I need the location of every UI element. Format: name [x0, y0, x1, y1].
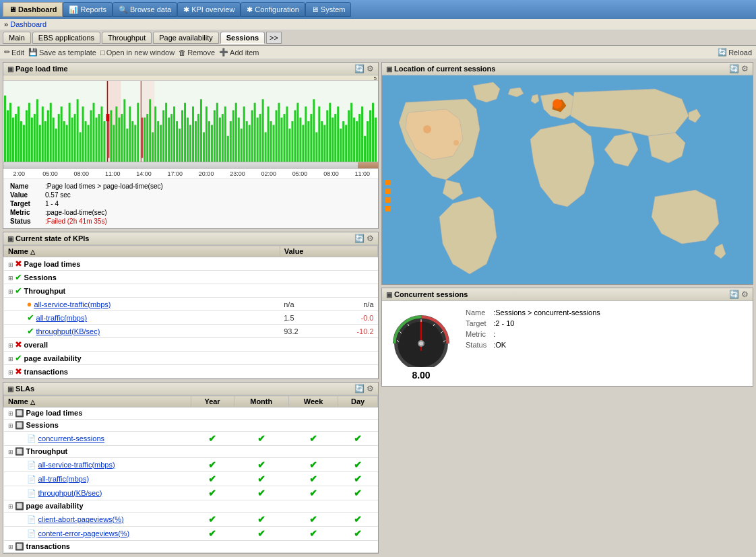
kpi-table-row[interactable]: ● all-service-traffic(mbps) n/an/a	[4, 298, 378, 311]
sla-table-row[interactable]: 📄 content-error-pageviews(%) ✔ ✔ ✔ ✔	[4, 527, 378, 541]
kpi-overview-tab[interactable]: ✱ KPI overview	[177, 2, 241, 17]
tab-more-btn[interactable]: >>	[266, 32, 282, 44]
concurrent-refresh-icon[interactable]: 🔄	[729, 290, 739, 299]
expand-icon[interactable]: ⊞	[8, 261, 13, 268]
open-new-window-button[interactable]: □ Open in new window	[100, 48, 175, 57]
collapse-icon[interactable]: ▣	[7, 65, 13, 73]
kpi-table-row[interactable]: ⊞✖ Page load times	[4, 257, 378, 271]
tab-ebs[interactable]: EBS applications	[32, 32, 100, 44]
tab-main[interactable]: Main	[3, 32, 31, 44]
expand-icon[interactable]: ⊞	[8, 275, 13, 282]
expand-icon[interactable]: ⊞	[8, 356, 13, 362]
sla-expand-icon[interactable]: ⊞	[8, 449, 13, 455]
kpi-table-row[interactable]: ✔ throughput(KB/sec) 93.2-10.2	[4, 325, 378, 338]
sla-collapse-icon[interactable]: ▣	[7, 385, 13, 393]
settings-icon[interactable]: ⚙	[367, 64, 374, 73]
kpi-item-link[interactable]: all-traffic(mbps)	[36, 314, 88, 322]
map-collapse-icon[interactable]: ▣	[386, 65, 392, 73]
kpi-col-value[interactable]: Value	[280, 246, 377, 257]
sla-table-row[interactable]: 📄 all-service-traffic(mbps) ✔ ✔ ✔ ✔	[4, 458, 378, 472]
save-template-button[interactable]: 💾 Save as template	[28, 48, 96, 57]
sla-table-row[interactable]: 📄 throughput(KB/sec) ✔ ✔ ✔ ✔	[4, 486, 378, 500]
system-tab[interactable]: 🖥 System	[305, 2, 352, 17]
sla-table-row[interactable]: ⊞🔲 Throughput	[4, 446, 378, 458]
sla-expand-icon[interactable]: ⊞	[8, 503, 13, 510]
sla-table-row[interactable]: ⊞🔲 page availability	[4, 500, 378, 513]
sla-item-link[interactable]: client-abort-pageviews(%)	[38, 515, 124, 523]
expand-icon[interactable]: ⊞	[8, 342, 13, 349]
svg-rect-123	[321, 121, 323, 162]
map-settings-icon[interactable]: ⚙	[741, 64, 749, 73]
sla-refresh-icon[interactable]: 🔄	[354, 384, 365, 393]
breadcrumb-link[interactable]: Dashboard	[10, 20, 46, 28]
edit-button[interactable]: ✏ Edit	[4, 48, 24, 57]
sla-expand-icon[interactable]: ⊞	[8, 410, 13, 417]
sla-expand-icon[interactable]: ⊞	[8, 544, 13, 550]
sla-col-week[interactable]: Week	[288, 396, 338, 407]
kpi-item-link[interactable]: throughput(KB/sec)	[36, 327, 100, 335]
world-map-svg	[382, 75, 753, 284]
sla-item-link[interactable]: concurrent-sessions	[38, 434, 104, 443]
svg-rect-149	[385, 189, 391, 194]
expand-icon[interactable]: ⊞	[8, 288, 13, 295]
concurrent-collapse-icon[interactable]: ▣	[386, 291, 392, 298]
chart-scrollbar-thumb[interactable]	[358, 162, 378, 168]
chart-scrollbar[interactable]	[3, 162, 378, 168]
dashboard-tab[interactable]: 🖥 Dashboard	[3, 2, 63, 17]
toolbar: ✏ Edit 💾 Save as template □ Open in new …	[0, 46, 756, 59]
sla-col-day[interactable]: Day	[338, 396, 378, 407]
svg-rect-86	[222, 114, 224, 162]
sla-table-row[interactable]: ⊞🔲 Page load times	[4, 407, 378, 420]
sla-item-link[interactable]: all-traffic(mbps)	[38, 475, 90, 483]
kpi-group-label: Page load times	[24, 260, 81, 268]
sla-settings-icon[interactable]: ⚙	[367, 384, 374, 393]
check-icon: ✔	[309, 433, 317, 444]
kpi-table-row[interactable]: ⊞✔ Sessions	[4, 271, 378, 284]
kpi-value-delta-cell	[280, 257, 377, 271]
kpi-refresh-icon[interactable]: 🔄	[354, 234, 365, 243]
remove-button[interactable]: 🗑 Remove	[179, 48, 215, 57]
sla-item-link[interactable]: content-error-pageviews(%)	[38, 529, 130, 537]
reports-tab[interactable]: 📊 Reports	[63, 2, 113, 17]
svg-rect-6	[12, 118, 14, 162]
browse-data-tab[interactable]: 🔍 Browse data	[113, 2, 177, 17]
kpi-collapse-icon[interactable]: ▣	[7, 235, 13, 242]
tab-page-availability[interactable]: Page availability	[153, 32, 219, 44]
kpi-settings-icon[interactable]: ⚙	[367, 234, 374, 243]
svg-rect-115	[299, 118, 301, 162]
kpi-table-row[interactable]: ✔ all-traffic(mbps) 1.5-0.0	[4, 311, 378, 325]
sla-item-link[interactable]: all-service-traffic(mbps)	[38, 461, 115, 469]
sla-item-link[interactable]: throughput(KB/sec)	[38, 489, 102, 497]
svg-rect-43	[107, 121, 109, 158]
kpi-item-link[interactable]: all-service-traffic(mbps)	[34, 300, 111, 308]
kpi-table-row[interactable]: ⊞✔ page availability	[4, 352, 378, 365]
configuration-tab[interactable]: ✱ Configuration	[241, 2, 305, 17]
sla-day-cell	[338, 407, 378, 420]
check-icon: ✔	[208, 528, 216, 539]
sla-table-row[interactable]: 📄 all-traffic(mbps) ✔ ✔ ✔ ✔	[4, 472, 378, 486]
kpi-col-name[interactable]: Name △	[4, 246, 280, 257]
sla-expand-icon[interactable]: ⊞	[8, 422, 13, 429]
svg-rect-139	[364, 136, 366, 162]
refresh-icon[interactable]: 🔄	[354, 64, 365, 73]
kpi-table-row[interactable]: ⊞✖ overall	[4, 338, 378, 352]
kpi-table-row[interactable]: ⊞✖ transactions	[4, 365, 378, 379]
tab-sessions[interactable]: Sessions	[220, 32, 265, 44]
sla-col-year[interactable]: Year	[191, 396, 234, 407]
reload-button[interactable]: 🔄 Reload	[718, 48, 752, 57]
remove-icon: 🗑	[179, 48, 186, 57]
tab-throughput[interactable]: Throughput	[102, 32, 152, 44]
kpi-table-row[interactable]: ⊞✔ Throughput	[4, 284, 378, 298]
sla-col-month[interactable]: Month	[234, 396, 288, 407]
page-load-panel: ▣ Page load time 🔄 ⚙ 5	[3, 62, 379, 229]
add-item-button[interactable]: ➕ Add item	[219, 48, 259, 57]
map-refresh-icon[interactable]: 🔄	[729, 64, 739, 73]
sla-col-name[interactable]: Name △	[4, 396, 191, 407]
sla-table-row[interactable]: ⊞🔲 Sessions	[4, 420, 378, 432]
sla-table-row[interactable]: 📄 concurrent-sessions ✔ ✔ ✔ ✔	[4, 432, 378, 446]
sla-table-row[interactable]: ⊞🔲 transactions	[4, 541, 378, 553]
concurrent-settings-icon[interactable]: ⚙	[741, 290, 749, 299]
expand-icon[interactable]: ⊞	[8, 369, 13, 376]
svg-rect-19	[47, 110, 49, 162]
sla-table-row[interactable]: 📄 client-abort-pageviews(%) ✔ ✔ ✔ ✔	[4, 513, 378, 527]
